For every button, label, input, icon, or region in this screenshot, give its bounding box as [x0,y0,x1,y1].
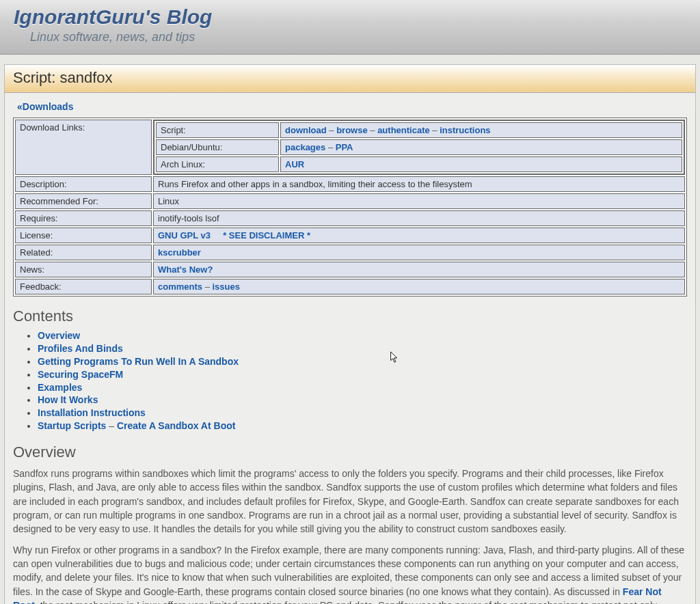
overview-p2-part-b: , the root mechanism in Linux offers ver… [13,600,657,604]
debian-links-cell: packages – PPA [280,139,682,155]
page-title: Script: sandfox [13,69,687,87]
site-title[interactable]: IgnorantGuru's Blog [14,5,686,29]
description-value: Runs Firefox and other apps in a sandbox… [153,176,685,192]
requires-label: Requires: [15,210,152,226]
link-ppa[interactable]: PPA [336,142,353,152]
toc-overview[interactable]: Overview [38,330,80,341]
news-cell: What's New? [153,262,685,277]
link-aur[interactable]: AUR [285,159,304,169]
toc-installation[interactable]: Installation Instructions [38,407,146,418]
link-packages[interactable]: packages [285,142,325,152]
download-links-cell: Script: download – browse – authenticate… [153,120,685,175]
info-table: Download Links: Script: download – brows… [13,118,687,297]
description-label: Description: [15,176,152,192]
link-disclaimer[interactable]: * SEE DISCLAIMER * [223,230,310,241]
link-download[interactable]: download [285,125,327,135]
toc-examples[interactable]: Examples [38,382,82,393]
page-body: «Downloads Download Links: Script: downl… [5,93,695,604]
download-links-label: Download Links: [15,120,152,175]
toc-getting-programs[interactable]: Getting Programs To Run Well In A Sandbo… [38,356,239,367]
overview-p2-part-a: Why run Firefox or other programs in a s… [13,545,684,597]
toc-profiles[interactable]: Profiles And Binds [38,343,123,354]
link-license[interactable]: GNU GPL v3 [158,230,211,241]
overview-heading: Overview [13,443,687,461]
link-browse[interactable]: browse [336,125,368,135]
toc-securing-spacefm[interactable]: Securing SpaceFM [38,369,123,380]
related-label: Related: [15,245,152,260]
download-links-inner-table: Script: download – browse – authenticate… [154,120,684,174]
toc-how-it-works[interactable]: How It Works [38,394,98,405]
link-instructions[interactable]: instructions [440,125,490,135]
requires-value: inotify-tools lsof [153,210,685,226]
contents-heading: Contents [13,307,687,325]
page-title-bar: Script: sandfox [5,65,695,93]
content-wrap: Script: sandfox «Downloads Download Link… [4,64,696,604]
toc-create-sandbox-boot[interactable]: Create A Sandbox At Boot [117,420,235,431]
site-header: IgnorantGuru's Blog Linux software, news… [0,0,700,55]
link-comments[interactable]: comments [158,282,202,292]
link-whatsnew[interactable]: What's New? [158,264,213,275]
link-authenticate[interactable]: authenticate [377,125,430,135]
debian-label: Debian/Ubuntu: [156,139,279,155]
arch-links-cell: AUR [280,156,682,172]
related-cell: kscrubber [153,245,685,260]
license-cell: GNU GPL v3 * SEE DISCLAIMER * [153,228,685,243]
site-tagline: Linux software, news, and tips [30,30,686,44]
link-related[interactable]: kscrubber [158,247,201,258]
script-links-cell: download – browse – authenticate – instr… [280,122,682,138]
toc-startup-scripts[interactable]: Startup Scripts [38,420,106,431]
license-label: License: [15,228,152,243]
overview-paragraph-2: Why run Firefox or other programs in a s… [13,543,687,604]
feedback-cell: comments – issues [153,279,685,294]
recommended-value: Linux [153,193,685,209]
back-to-downloads-link[interactable]: «Downloads [17,101,73,112]
contents-list: Overview Profiles And Binds Getting Prog… [27,329,687,433]
news-label: News: [15,262,152,277]
link-issues[interactable]: issues [213,282,240,292]
overview-paragraph-1: Sandfox runs programs within sandboxes w… [13,467,687,536]
arch-label: Arch Linux: [156,156,279,172]
script-label: Script: [156,122,279,138]
feedback-label: Feedback: [15,279,152,294]
recommended-label: Recommended For: [15,193,152,209]
